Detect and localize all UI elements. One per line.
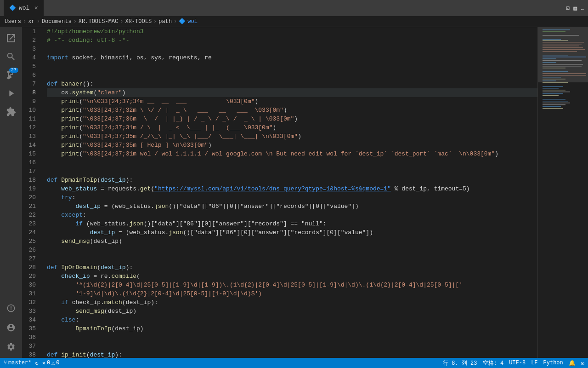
code-line-14[interactable]: print("\033[24;37;35m [ Help ] \n\033[0m… [47,141,537,150]
code-line-5[interactable] [47,62,537,71]
svg-rect-33 [543,95,559,96]
line-number-20: 20 [22,193,40,202]
breadcrumb-file[interactable]: 🔷 wol [179,18,198,25]
svg-rect-31 [543,92,570,92]
activity-remote[interactable] [2,299,20,317]
breadcrumb-users[interactable]: Users [5,18,21,25]
activity-run[interactable] [2,84,20,103]
cursor-position[interactable]: 行 8, 列 23 [443,359,477,367]
code-line-30[interactable]: '^(1\d{2}|2[0-4]\d|25[0-5]|[1-9]\d|[1-9]… [47,281,537,289]
line-number-15: 15 [22,150,40,158]
line-number-5: 5 [22,62,40,71]
line-number-38: 38 [22,351,40,358]
code-line-22[interactable]: except: [47,211,537,219]
breadcrumb-xr[interactable]: xr [28,18,34,25]
line-number-25: 25 [22,237,40,246]
code-line-10[interactable]: print("\033[24;37;32m \ \/ / | _ \ ___ _… [47,106,537,115]
feedback-button[interactable]: ✉ [581,360,584,367]
code-line-35[interactable]: DpmainToIp(dest_ip) [47,324,537,333]
breadcrumb-file-name: wol [187,18,198,25]
code-line-4[interactable]: import socket, binascii, os, sys, reques… [47,53,537,62]
line-number-18: 18 [22,176,40,184]
code-line-8[interactable]: os.system("clear") [47,88,537,97]
tab-close-button[interactable]: × [34,5,38,12]
breadcrumb-documents[interactable]: Documents [42,18,72,25]
code-line-3[interactable] [47,45,537,53]
line-number-10: 10 [22,106,40,115]
code-line-16[interactable] [47,158,537,167]
code-line-33[interactable]: send_msg(dest_ip) [47,307,537,316]
line-number-8: 8 [22,88,40,97]
code-line-6[interactable] [47,71,537,80]
code-line-38[interactable]: def ip_init(dest_ip): [47,351,537,358]
code-line-2[interactable]: # -*- coding: utf-8 -*- [47,36,537,45]
layout-icon[interactable]: ⊡ [566,5,570,12]
line-number-9: 9 [22,97,40,106]
code-line-36[interactable] [47,333,537,342]
code-line-9[interactable]: print("\n\033[24;37;34m __ __ ___ \033[0… [47,97,537,106]
activity-search[interactable] [2,47,20,66]
warning-count: 0 [56,360,59,366]
editor-area: 1234567891011121314151617181920212223242… [22,27,588,358]
line-ending[interactable]: LF [531,360,537,366]
split-icon[interactable]: ▦ [573,5,577,12]
code-line-24[interactable]: dest_ip = (web_status.json()["data"]["86… [47,228,537,237]
title-bar: 🔷 wol × ⊡ ▦ … [0,0,588,16]
code-line-18[interactable]: def DpmainToIp(dest_ip): [47,176,537,184]
line-number-14: 14 [22,141,40,150]
code-line-29[interactable]: check_ip = re.compile( [47,272,537,281]
svg-rect-35 [543,101,568,102]
breadcrumb-path[interactable]: path [158,18,172,25]
code-line-28[interactable]: def IpOrDomain(dest_ip): [47,263,537,272]
line-number-27: 27 [22,254,40,263]
line-number-16: 16 [22,158,40,167]
git-branch[interactable]: ⑂ master* [4,360,31,366]
code-line-34[interactable]: else: [47,316,537,324]
breadcrumb-xr-tools[interactable]: XR-TOOLS [125,18,152,25]
code-line-37[interactable] [47,342,537,351]
code-line-1[interactable]: #!/opt/homebrew/bin/python3 [47,27,537,36]
svg-rect-28 [543,86,563,87]
code-line-21[interactable]: dest_ip = (web_status.json()["data"]["86… [47,202,537,211]
encoding[interactable]: UTF-8 [509,360,526,366]
code-line-17[interactable] [47,167,537,176]
breadcrumb-xr-tools-mac[interactable]: XR.TOOLS-MAC [79,18,118,25]
code-line-12[interactable]: print("\033[24;37;31m / \ | _ < \___ | |… [47,123,537,132]
code-line-23[interactable]: if (web_status.json()["data"]["86"][0]["… [47,219,537,228]
code-line-11[interactable]: print("\033[24;37;36m \ / | |_) | / _ \ … [47,115,537,123]
tab-file-icon: 🔷 [9,5,16,12]
line-number-24: 24 [22,228,40,237]
editor-tab[interactable]: 🔷 wol × [4,0,44,16]
feedback-icon: ✉ [581,360,584,367]
source-control-badge: 27 [9,68,18,73]
activity-source-control[interactable]: 27 [2,66,20,84]
code-line-25[interactable]: send_msg(dest_ip) [47,237,537,246]
sync-button[interactable]: ↻ [35,360,38,367]
encoding-text: UTF-8 [509,360,526,366]
activity-settings[interactable] [2,338,20,356]
code-line-7[interactable]: def banaer(): [47,80,537,88]
cursor-position-text: 行 8, 列 23 [443,359,477,367]
code-line-32[interactable]: if check_ip.match(dest_ip): [47,298,537,307]
code-line-20[interactable]: try: [47,193,537,202]
status-left: ⑂ master* ↻ ✕ 0 ⚠ 0 [4,360,60,367]
indentation[interactable]: 空格: 4 [483,359,504,367]
code-line-19[interactable]: web_status = requests.get("https://myssl… [47,184,537,193]
activity-account[interactable] [2,318,20,337]
status-bar: ⑂ master* ↻ ✕ 0 ⚠ 0 行 8, 列 23 空格: 4 UTF-… [0,358,588,368]
line-number-23: 23 [22,219,40,228]
minimap[interactable] [537,27,588,358]
more-icon[interactable]: … [581,5,584,12]
code-line-31[interactable]: '1-9]\d|\d)\.(1\d{2}|2[0-4]\d|25[0-5]|[1… [47,289,537,298]
notifications-button[interactable]: 🔔 [569,360,576,367]
errors-button[interactable]: ✕ 0 ⚠ 0 [42,360,60,367]
activity-extensions[interactable] [2,103,20,121]
code-line-13[interactable]: print("\033[24;37;35m /_/\_\ |_| \_\ |__… [47,132,537,141]
code-line-27[interactable] [47,254,537,263]
tab-label: wol [19,5,29,12]
code-line-26[interactable] [47,246,537,254]
language-mode[interactable]: Python [543,360,563,366]
code-line-15[interactable]: print("\033[24;37;31m wol / wol 1.1.1.1 … [47,150,537,158]
code-content[interactable]: #!/opt/homebrew/bin/python3# -*- coding:… [45,27,537,358]
activity-explorer[interactable] [2,29,20,47]
